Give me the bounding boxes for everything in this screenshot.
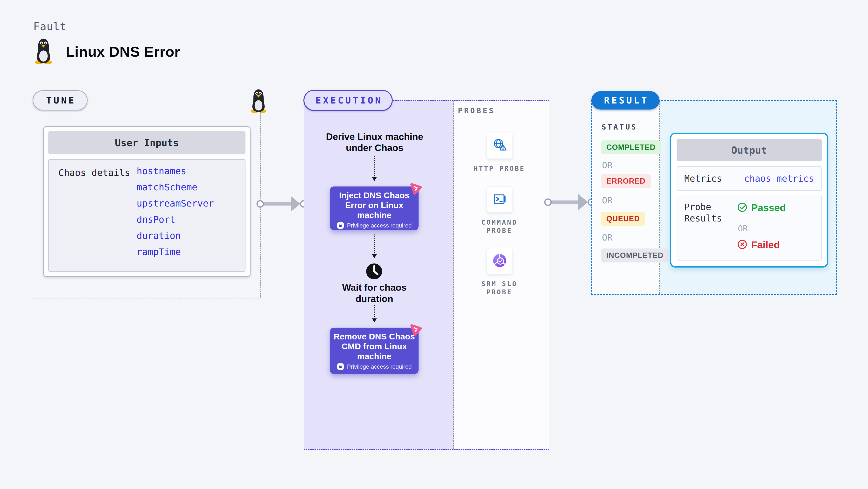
execution-section-pill: EXECUTION — [303, 90, 393, 111]
metrics-value: chaos metrics — [744, 173, 814, 184]
probe-passed-line: Passed — [737, 202, 786, 214]
metrics-label: Metrics — [684, 173, 744, 184]
check-circle-icon — [737, 202, 748, 214]
or-label: OR — [602, 195, 612, 205]
fault-kicker: Fault — [33, 20, 66, 33]
inject-dns-chaos-card: Inject DNS Chaos Error on Linux machine … — [330, 187, 418, 230]
status-badge-queued: QUEUED — [601, 212, 645, 226]
srm-slo-probe-card — [487, 248, 513, 274]
srm-slo-pie-check-icon — [492, 253, 507, 269]
param-matchscheme: matchScheme — [136, 183, 214, 192]
derive-step-label: Derive Linux machine under Chaos — [321, 131, 428, 154]
param-ramptime: rampTime — [136, 247, 214, 256]
passed-label: Passed — [751, 202, 786, 214]
flow-connector-arrow-icon — [374, 234, 375, 257]
probe-failed-line: Failed — [737, 239, 780, 251]
execution-to-result-arrow-icon — [542, 193, 598, 212]
chaos-params-list: hostnames matchScheme upstreamServer dns… — [136, 166, 214, 256]
or-label: OR — [738, 224, 748, 233]
user-inputs-body: Chaos details hostnames matchScheme upst… — [48, 159, 246, 272]
inject-step-label: Inject DNS Chaos Error on Linux machine — [330, 187, 418, 220]
or-label: OR — [602, 233, 612, 242]
command-terminal-icon — [492, 191, 507, 208]
remove-step-label: Remove DNS Chaos CMD from Linux machine — [330, 328, 418, 361]
status-title: STATUS — [601, 123, 637, 131]
lock-icon — [337, 363, 344, 370]
tune-section-pill: TUNE — [33, 90, 88, 110]
chaos-details-label: Chaos details — [58, 167, 130, 178]
tune-to-execution-arrow-icon — [254, 194, 310, 214]
http-globe-alert-icon — [492, 137, 507, 154]
chaos-fault-badge-icon — [408, 180, 424, 196]
privilege-note: Privilege access required — [347, 363, 411, 370]
x-circle-icon — [737, 239, 748, 251]
chaos-fault-badge-icon — [408, 321, 424, 337]
result-section-pill: RESULT — [591, 91, 659, 109]
lock-icon — [337, 222, 344, 229]
probe-results-row: Probe Results Passed OR Failed — [677, 195, 822, 261]
remove-dns-chaos-card: Remove DNS Chaos CMD from Linux machine … — [330, 328, 418, 374]
param-hostnames: hostnames — [136, 166, 214, 175]
probe-results-label: Probe Results — [684, 201, 733, 224]
linux-tux-icon — [33, 38, 54, 64]
status-badge-errored: ERRORED — [601, 174, 651, 188]
command-probe-label: COMMAND PROBE — [470, 218, 528, 235]
command-probe-card — [487, 187, 513, 213]
flow-connector-arrow-icon — [374, 156, 375, 180]
metrics-row: Metrics chaos metrics — [677, 166, 822, 191]
page-title: Linux DNS Error — [66, 43, 180, 60]
flow-connector-arrow-icon — [374, 305, 375, 321]
param-duration: duration — [136, 231, 214, 240]
user-inputs-title: User Inputs — [48, 131, 246, 154]
user-inputs-card: User Inputs Chaos details hostnames matc… — [43, 126, 251, 277]
status-badge-incompleted: INCOMPLETED — [601, 249, 669, 262]
privilege-note: Privilege access required — [347, 222, 411, 229]
output-card: Output Metrics chaos metrics Probe Resul… — [670, 133, 828, 267]
linux-tux-icon — [249, 89, 268, 113]
wait-step-label: Wait for chaos duration — [338, 282, 411, 304]
or-label: OR — [602, 160, 612, 170]
wait-clock-icon — [366, 263, 382, 280]
http-probe-card — [487, 133, 513, 159]
probes-section-label: PROBES — [458, 106, 495, 115]
param-dnsport: dnsPort — [136, 215, 214, 224]
failed-label: Failed — [751, 239, 780, 251]
status-badge-completed: COMPLETED — [601, 140, 661, 154]
param-upstreamserver: upstreamServer — [136, 199, 214, 208]
srm-slo-probe-label: SRM SLO PROBE — [470, 280, 528, 296]
http-probe-label: HTTP PROBE — [470, 165, 528, 173]
output-title: Output — [677, 139, 822, 161]
